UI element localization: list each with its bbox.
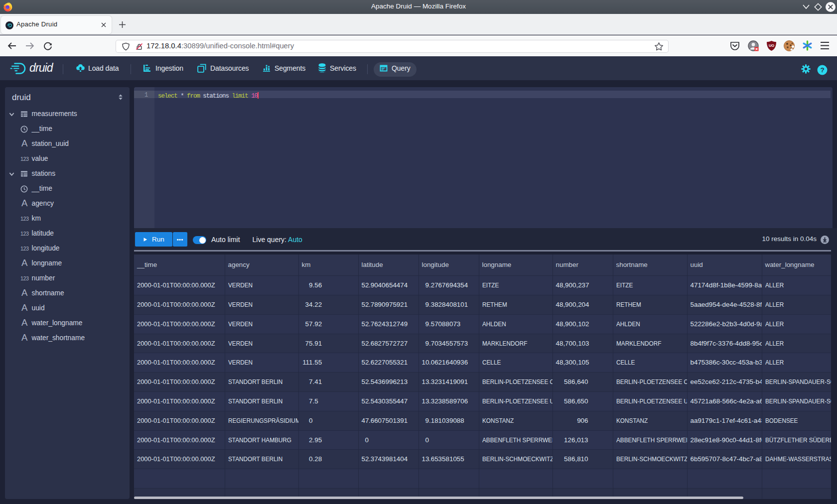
svg-text:?: ? bbox=[820, 66, 824, 74]
svg-text:UO: UO bbox=[769, 43, 774, 48]
